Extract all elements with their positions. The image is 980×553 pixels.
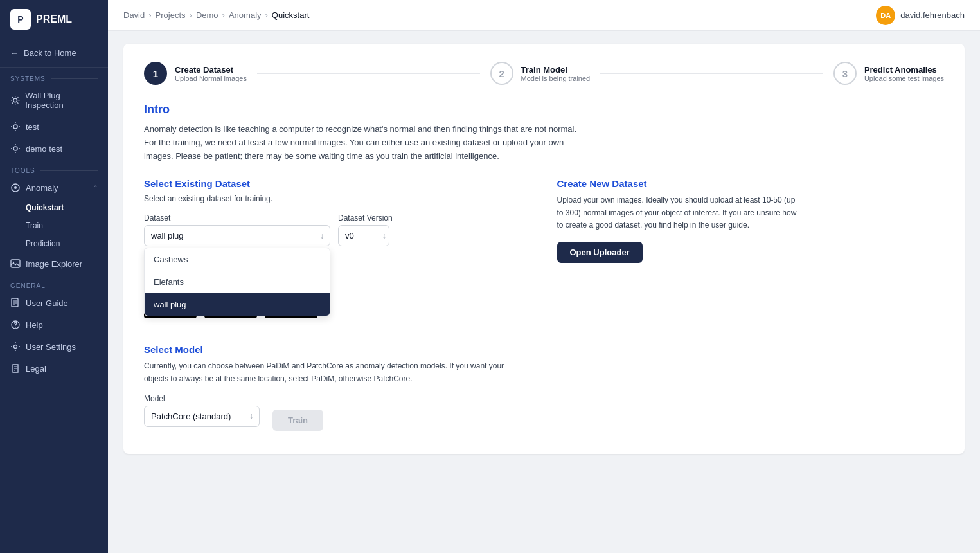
topbar: David › Projects › Demo › Anomaly › Quic… (108, 0, 980, 31)
step-1: 1 Create Dataset Upload Normal images (144, 62, 247, 85)
dataset-dropdown[interactable]: Cashews Elefants wall plug (144, 248, 330, 316)
settings-icon (10, 341, 21, 352)
general-section-label: General (0, 275, 108, 292)
dropdown-cashews[interactable]: Cashews (145, 248, 330, 271)
intro-title: Intro (144, 103, 944, 116)
anomaly-submenu: Quickstart Train Prediction (0, 199, 108, 253)
anomaly-icon (10, 183, 21, 193)
gear-icon-test (10, 122, 21, 132)
step-1-title: Create Dataset (175, 65, 247, 75)
select-model-title: Select Model (144, 344, 944, 355)
sep3: › (222, 10, 225, 20)
sidebar-item-help[interactable]: Help (0, 314, 108, 336)
user-settings-label: User Settings (26, 342, 76, 352)
step-1-info: Create Dataset Upload Normal images (175, 65, 247, 82)
create-dataset-desc: Upload your own images. Ideally you shou… (557, 194, 801, 231)
legal-icon (10, 363, 21, 374)
gear-icon (10, 95, 20, 105)
image-icon (10, 258, 21, 269)
content-area: 1 Create Dataset Upload Normal images 2 … (108, 31, 980, 553)
steps-bar: 1 Create Dataset Upload Normal images 2 … (144, 62, 944, 85)
step-1-subtitle: Upload Normal images (175, 75, 247, 82)
prediction-label: Prediction (26, 239, 60, 248)
systems-section-label: Systems (0, 68, 108, 85)
back-arrow-icon: ← (10, 48, 19, 58)
train-label: Train (26, 221, 43, 230)
create-dataset-title: Create New Dataset (557, 178, 945, 189)
breadcrumb-anomaly[interactable]: Anomaly (229, 10, 262, 20)
version-field-group: Dataset Version v0 ↕ (338, 213, 393, 246)
sidebar-item-quickstart[interactable]: Quickstart (21, 199, 108, 217)
step-3-subtitle: Upload some test images (864, 75, 944, 82)
svg-point-4 (14, 186, 17, 189)
book-icon (10, 298, 21, 308)
open-uploader-button[interactable]: Open Uploader (557, 242, 643, 263)
dropdown-elefants[interactable]: Elefants (145, 271, 330, 293)
breadcrumb-quickstart: Quickstart (272, 10, 310, 20)
svg-point-1 (13, 125, 17, 129)
help-label: Help (26, 320, 43, 330)
logo: P PREML (0, 0, 108, 39)
model-select[interactable]: PatchCore (standard) PaDiM (144, 406, 260, 427)
version-label: Dataset Version (338, 213, 393, 222)
step-2-circle: 2 (490, 62, 513, 85)
sidebar-item-legal[interactable]: Legal (0, 358, 108, 379)
step-line-1 (257, 73, 480, 74)
step-2-info: Train Model Model is being trained (521, 65, 591, 82)
help-icon (10, 320, 21, 330)
step-2: 2 Train Model Model is being trained (490, 62, 591, 85)
sep4: › (265, 10, 268, 20)
svg-point-0 (13, 98, 17, 102)
legal-label: Legal (26, 364, 46, 374)
dataset-label: Dataset (144, 213, 330, 222)
quickstart-label: Quickstart (26, 203, 64, 212)
sidebar-item-test[interactable]: test (0, 116, 108, 138)
avatar: DA (876, 6, 895, 25)
breadcrumb-david[interactable]: David (123, 10, 145, 20)
tools-section-label: Tools (0, 159, 108, 177)
intro-text: Anomaly detection is like teaching a com… (144, 123, 581, 163)
sidebar-item-train[interactable]: Train (21, 217, 108, 235)
step-3-title: Predict Anomalies (864, 65, 944, 75)
step-2-subtitle: Model is being trained (521, 75, 591, 82)
breadcrumb: David › Projects › Demo › Anomaly › Quic… (123, 10, 309, 20)
anomaly-menu-item[interactable]: Anomaly ⌃ (0, 177, 108, 199)
dataset-select[interactable]: wall plug Cashews Elefants (144, 225, 330, 246)
model-select-wrapper: PatchCore (standard) PaDiM ↕ (144, 406, 260, 427)
select-model-desc: Currently, you can choose between PaDiM … (144, 360, 530, 385)
select-dataset-col: Select Existing Dataset Select an existi… (144, 178, 531, 331)
sidebar-item-prediction[interactable]: Prediction (21, 235, 108, 253)
select-model-section: Select Model Currently, you can choose b… (144, 344, 944, 435)
gear-icon-demo (10, 143, 21, 154)
breadcrumb-projects[interactable]: Projects (156, 10, 186, 20)
version-select[interactable]: v0 (338, 225, 389, 246)
back-to-home-button[interactable]: ← Back to Home (0, 39, 108, 68)
model-label: Model (144, 394, 260, 403)
sidebar-item-demo-test[interactable]: demo test (0, 138, 108, 159)
demo-test-label: demo test (26, 144, 62, 154)
main-area: David › Projects › Demo › Anomaly › Quic… (108, 0, 980, 553)
username: david.fehrenbach (900, 10, 965, 20)
user-guide-label: User Guide (26, 298, 68, 308)
svg-point-2 (13, 147, 17, 150)
step-3: 3 Predict Anomalies Upload some test ima… (833, 62, 944, 85)
sidebar-item-wall-plug[interactable]: Wall Plug Inspection (0, 85, 108, 116)
breadcrumb-demo[interactable]: Demo (196, 10, 218, 20)
dropdown-wall-plug[interactable]: wall plug (145, 293, 330, 316)
sidebar-item-user-settings[interactable]: User Settings (0, 336, 108, 358)
sidebar-item-user-guide[interactable]: User Guide (0, 292, 108, 314)
two-col-layout: Select Existing Dataset Select an existi… (144, 178, 944, 331)
chevron-up-icon: ⌃ (93, 185, 98, 192)
user-badge[interactable]: DA david.fehrenbach (876, 6, 965, 25)
back-label: Back to Home (24, 48, 76, 58)
step-1-circle: 1 (144, 62, 167, 85)
step-2-title: Train Model (521, 65, 591, 75)
select-dataset-title: Select Existing Dataset (144, 178, 531, 189)
svg-point-10 (14, 345, 17, 349)
step-3-info: Predict Anomalies Upload some test image… (864, 65, 944, 82)
version-select-wrapper: v0 ↕ (338, 225, 393, 246)
sidebar-item-image-explorer[interactable]: Image Explorer (0, 253, 108, 275)
svg-point-9 (15, 327, 16, 328)
image-explorer-label: Image Explorer (26, 259, 82, 269)
train-button[interactable]: Train (272, 410, 323, 431)
